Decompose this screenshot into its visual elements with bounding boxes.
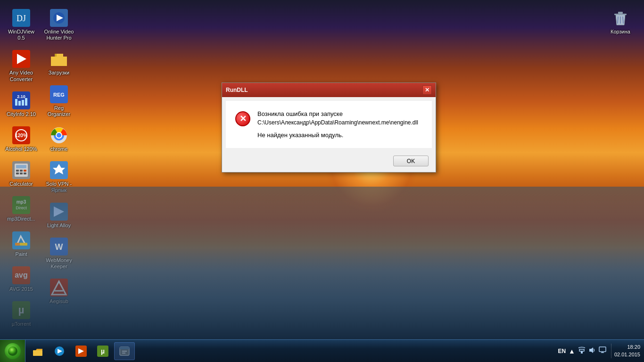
dialog-content: ✕ Возникла ошибка при запуске C:\Users\А… (226, 101, 432, 148)
taskbar-item-media[interactable] (49, 342, 70, 360)
clock[interactable]: 18:20 02.01.2015 (611, 344, 640, 358)
taskbar-right: EN ▲ 18:20 02.01.2015 (554, 340, 644, 362)
dialog-message-line3: Не найден указанный модуль. (257, 132, 422, 139)
svg-rect-63 (120, 347, 129, 349)
tray-expand-icon[interactable]: ▲ (569, 347, 575, 355)
start-orb (5, 343, 21, 359)
error-circle: ✕ (235, 111, 250, 126)
svg-text:µ: µ (101, 347, 105, 355)
tray-volume-icon (588, 346, 596, 355)
ok-button[interactable]: OK (393, 156, 429, 166)
dialog-titlebar: RunDLL ✕ (222, 83, 436, 97)
tray-network-icon (578, 346, 586, 356)
start-button[interactable] (0, 340, 25, 362)
dialog-overlay: RunDLL ✕ ✕ Возникла ошибка при запуске C… (0, 0, 644, 339)
clock-time: 18:20 (614, 344, 640, 351)
dialog-close-button[interactable]: ✕ (422, 85, 432, 95)
taskbar-item-window[interactable] (114, 342, 135, 360)
svg-rect-69 (599, 347, 606, 352)
rundll-dialog: RunDLL ✕ ✕ Возникла ошибка при запуске C… (222, 82, 436, 173)
clock-date: 02.01.2015 (614, 351, 640, 358)
taskbar-item-explorer[interactable] (27, 342, 48, 360)
taskbar-items: µ (25, 340, 554, 362)
taskbar-item-player[interactable] (71, 342, 91, 360)
lang-indicator: EN (558, 348, 566, 354)
error-icon: ✕ (235, 111, 250, 126)
svg-rect-67 (579, 349, 584, 351)
tray-display-icon (599, 346, 606, 355)
dialog-footer: OK (222, 152, 436, 172)
desktop: DJ WinDJView 0.5 Any Video Converter 2.1… (0, 0, 644, 339)
taskbar-item-torrent[interactable]: µ (92, 342, 113, 360)
svg-marker-68 (589, 347, 593, 353)
dialog-title: RunDLL (226, 87, 248, 93)
taskbar: µ EN ▲ (0, 339, 644, 362)
dialog-message-line1: Возникла ошибка при запуске (257, 110, 422, 117)
svg-rect-55 (33, 350, 42, 356)
dialog-message: Возникла ошибка при запуске C:\Users\Але… (257, 110, 422, 139)
dialog-message-line2: C:\Users\Александр\AppData\Roaming\newne… (257, 119, 422, 126)
svg-point-54 (8, 346, 17, 356)
